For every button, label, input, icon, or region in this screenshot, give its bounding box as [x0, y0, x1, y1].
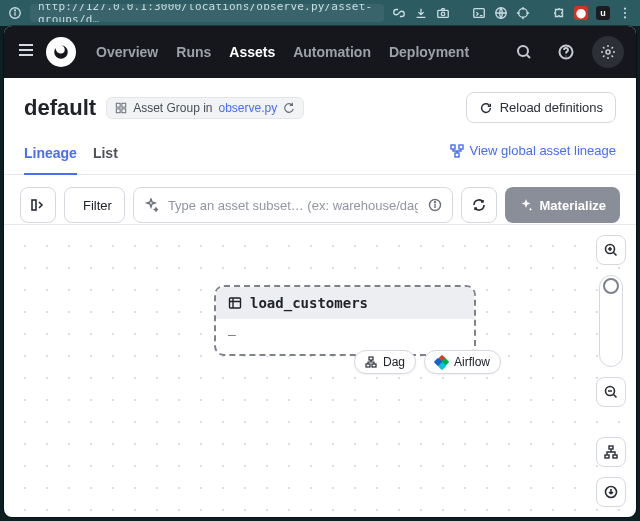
- svg-point-25: [434, 202, 435, 203]
- asset-node-load-customers[interactable]: load_customers –: [214, 285, 476, 356]
- tag-dag[interactable]: Dag: [354, 350, 416, 374]
- svg-point-11: [518, 46, 528, 56]
- global-link-label: View global asset lineage: [470, 143, 616, 158]
- svg-point-9: [624, 12, 626, 14]
- download-icon[interactable]: [414, 6, 428, 20]
- view-global-lineage-link[interactable]: View global asset lineage: [450, 143, 616, 168]
- asset-node-body: –: [216, 319, 474, 354]
- tag-airflow[interactable]: Airflow: [424, 350, 501, 374]
- tab-deployment[interactable]: Deployment: [389, 44, 469, 60]
- svg-point-4: [441, 12, 445, 16]
- subtab-list[interactable]: List: [93, 137, 118, 174]
- export-button[interactable]: [596, 477, 626, 507]
- svg-rect-28: [366, 364, 370, 367]
- svg-point-8: [624, 8, 626, 10]
- brand-logo[interactable]: [46, 37, 76, 67]
- svg-rect-17: [116, 108, 120, 112]
- chip-prefix: Asset Group in: [133, 101, 212, 115]
- browser-url[interactable]: http://127.0.0.1:3000/locations/observe.…: [30, 4, 384, 22]
- zoom-slider[interactable]: [599, 275, 623, 367]
- reload-icon: [479, 101, 493, 115]
- app-window: Overview Runs Assets Automation Deployme…: [4, 26, 636, 517]
- svg-rect-19: [451, 145, 455, 149]
- svg-rect-5: [474, 9, 485, 18]
- materialize-label: Materialize: [540, 198, 606, 213]
- tag-airflow-label: Airflow: [454, 355, 490, 369]
- link-icon[interactable]: [392, 6, 406, 20]
- canvas-bottom-controls: [596, 437, 626, 507]
- svg-point-14: [606, 50, 610, 54]
- dag-icon: [365, 356, 377, 368]
- svg-point-2: [15, 10, 16, 11]
- puzzle-icon[interactable]: [552, 6, 566, 20]
- sparkle-icon: [144, 198, 158, 212]
- zoom-out-button[interactable]: [596, 377, 626, 407]
- svg-point-7: [519, 9, 528, 18]
- svg-rect-16: [122, 103, 126, 107]
- svg-rect-32: [609, 446, 613, 449]
- zoom-slider-thumb[interactable]: [603, 278, 619, 294]
- menu-button[interactable]: [16, 40, 36, 64]
- asset-node-tags: Dag Airflow: [354, 350, 501, 374]
- svg-rect-21: [455, 153, 459, 157]
- camera-icon[interactable]: [436, 6, 450, 20]
- refresh-graph-button[interactable]: [461, 187, 497, 223]
- svg-point-13: [565, 55, 566, 56]
- group-icon: [115, 102, 127, 114]
- lineage-canvas[interactable]: load_customers – Dag Airflow: [4, 224, 636, 517]
- top-nav-tabs: Overview Runs Assets Automation Deployme…: [96, 44, 469, 60]
- svg-rect-20: [459, 145, 463, 149]
- help-button[interactable]: [550, 36, 582, 68]
- terminal-icon[interactable]: [472, 6, 486, 20]
- settings-button[interactable]: [592, 36, 624, 68]
- asset-icon: [228, 296, 242, 310]
- browser-chrome-bar: http://127.0.0.1:3000/locations/observe.…: [0, 0, 640, 26]
- browser-right-icons: ⬤ u: [414, 6, 632, 20]
- tab-automation[interactable]: Automation: [293, 44, 371, 60]
- filter-button[interactable]: Filter: [64, 187, 125, 223]
- asset-subset-search[interactable]: [133, 187, 453, 223]
- extension-badge-2[interactable]: u: [596, 6, 610, 20]
- subtabs-row: Lineage List View global asset lineage: [4, 131, 636, 175]
- url-text: http://127.0.0.1:3000/locations/observe.…: [38, 4, 376, 22]
- page-title: default: [24, 95, 96, 121]
- tab-runs[interactable]: Runs: [176, 44, 211, 60]
- zoom-controls-top: [596, 235, 626, 407]
- filter-label: Filter: [83, 198, 112, 213]
- sparkle-icon: [519, 198, 533, 212]
- subtab-lineage[interactable]: Lineage: [24, 137, 77, 175]
- refresh-icon[interactable]: [283, 102, 295, 114]
- tag-dag-label: Dag: [383, 355, 405, 369]
- reload-label: Reload definitions: [500, 100, 603, 115]
- airflow-icon: [435, 356, 448, 369]
- page-header: default Asset Group in observe.py Reload…: [4, 78, 636, 131]
- svg-rect-33: [605, 455, 609, 458]
- crosshair-icon[interactable]: [516, 6, 530, 20]
- kebab-icon[interactable]: [618, 6, 632, 20]
- panel-toggle-button[interactable]: [20, 187, 56, 223]
- asset-subset-input[interactable]: [166, 197, 420, 214]
- svg-rect-22: [32, 200, 36, 210]
- extension-badge-1[interactable]: ⬤: [574, 6, 588, 20]
- globe-icon[interactable]: [494, 6, 508, 20]
- subtabs: Lineage List: [24, 137, 118, 174]
- layout-button[interactable]: [596, 437, 626, 467]
- info-icon[interactable]: [428, 198, 442, 212]
- reload-definitions-button[interactable]: Reload definitions: [466, 92, 616, 123]
- svg-rect-29: [372, 364, 376, 367]
- svg-rect-3: [438, 10, 449, 17]
- materialize-button[interactable]: Materialize: [505, 187, 620, 223]
- zoom-in-button[interactable]: [596, 235, 626, 265]
- svg-rect-26: [230, 298, 241, 308]
- tab-assets[interactable]: Assets: [229, 44, 275, 60]
- search-button[interactable]: [508, 36, 540, 68]
- asset-node-title: load_customers: [250, 295, 368, 311]
- lineage-icon: [450, 144, 464, 158]
- svg-rect-15: [116, 103, 120, 107]
- chip-file-link[interactable]: observe.py: [219, 101, 278, 115]
- svg-point-10: [624, 16, 626, 18]
- info-icon: [8, 6, 22, 20]
- asset-group-chip[interactable]: Asset Group in observe.py: [106, 97, 304, 119]
- tab-overview[interactable]: Overview: [96, 44, 158, 60]
- svg-rect-18: [122, 108, 126, 112]
